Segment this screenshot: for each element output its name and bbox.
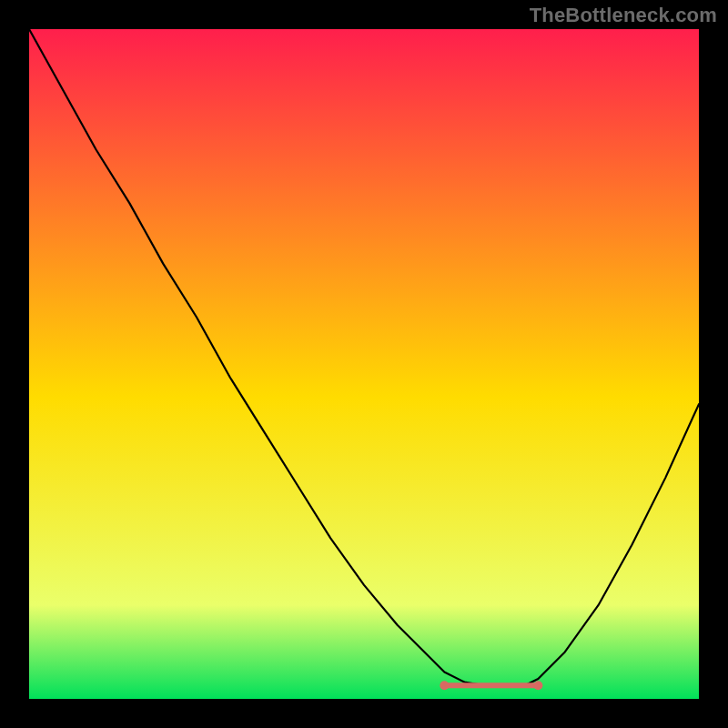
plot-svg [29, 29, 699, 699]
chart-frame: TheBottleneck.com [0, 0, 728, 728]
gradient-background [29, 29, 699, 699]
plot-area [29, 29, 699, 699]
optimal-range-start-dot [440, 681, 449, 690]
optimal-range-end-dot [533, 681, 542, 690]
watermark-label: TheBottleneck.com [530, 4, 717, 27]
